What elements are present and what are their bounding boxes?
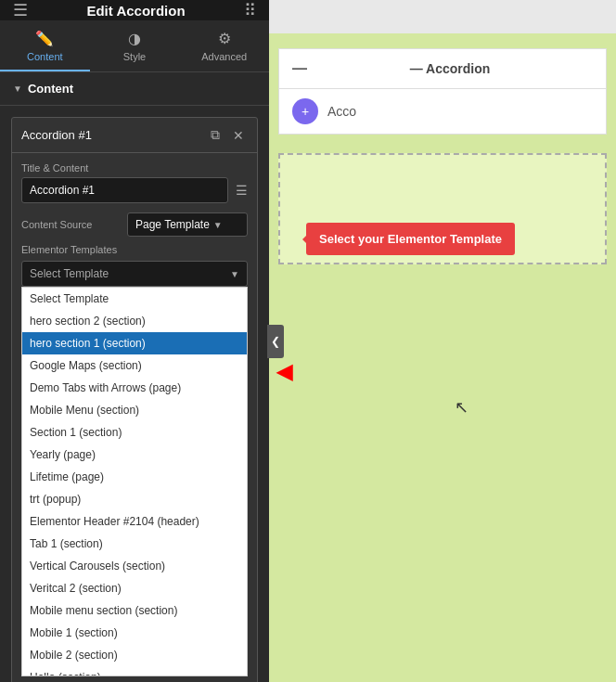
source-select-arrow-icon: ▼ <box>213 220 223 230</box>
collapse-panel-button[interactable]: ❮ <box>267 325 284 358</box>
panel-tabs: ✏️ Content ◑ Style ⚙ Advanced <box>0 20 269 72</box>
dropdown-item-17[interactable]: Hello (section) <box>22 666 247 676</box>
dropdown-item-5[interactable]: Mobile Menu (section) <box>22 399 247 421</box>
duplicate-icon-btn[interactable]: ⧉ <box>207 125 224 145</box>
dropdown-item-15[interactable]: Mobile 1 (section) <box>22 622 247 644</box>
select-template-wrapper: Select Template ▼ Select Template hero s… <box>21 261 248 676</box>
content-source-label: Content Source <box>21 219 92 230</box>
panel-title: Edit Accordion <box>86 3 185 19</box>
tab-content-label: Content <box>27 51 63 62</box>
accordion-item-box: Accordion #1 ⧉ ✕ Title & Content ☰ Conte… <box>11 117 258 682</box>
elementor-templates-field: Elementor Templates Select Template ▼ Se… <box>21 244 248 676</box>
content-source-value: Page Template <box>135 218 210 231</box>
dropdown-item-6[interactable]: Section 1 (section) <box>22 421 247 444</box>
dropdown-item-9[interactable]: trt (popup) <box>22 488 247 510</box>
dropdown-item-11[interactable]: Tab 1 (section) <box>22 533 247 555</box>
advanced-tab-icon: ⚙ <box>218 30 231 47</box>
dropdown-item-1-text: hero section 2 (section) <box>30 315 146 328</box>
dropdown-item-0[interactable]: Select Template <box>22 288 247 310</box>
tab-content[interactable]: ✏️ Content <box>0 20 90 71</box>
accordion-minus-icon: — <box>292 60 307 77</box>
dropdown-item-1[interactable]: hero section 2 (section) <box>22 310 247 332</box>
accordion-block-1: — — Accordion <box>278 48 607 89</box>
accordion-item-actions: ⧉ ✕ <box>207 125 248 145</box>
title-field-row: ☰ <box>21 177 248 203</box>
dropdown-item-8[interactable]: Lifetime (page) <box>22 466 247 488</box>
templates-label: Elementor Templates <box>21 244 248 255</box>
dropdown-item-13[interactable]: Veritcal 2 (section) <box>22 577 247 599</box>
content-source-select[interactable]: Page Template ▼ <box>127 212 248 237</box>
tab-advanced-label: Advanced <box>201 51 247 62</box>
title-input[interactable] <box>21 177 228 203</box>
dropdown-item-7[interactable]: Yearly (page) <box>22 444 247 466</box>
tab-style[interactable]: ◑ Style <box>90 20 180 71</box>
grid-icon[interactable]: ⠿ <box>244 0 256 20</box>
title-content-field: Title & Content ☰ <box>21 162 248 203</box>
right-top-bar <box>269 0 616 33</box>
dropdown-item-14[interactable]: Mobile menu section (section) <box>22 599 247 622</box>
select-template-value: Select Template <box>30 267 109 280</box>
style-tab-icon: ◑ <box>128 30 141 47</box>
red-arrow-icon: ◀ <box>276 360 292 384</box>
text-align-icon: ☰ <box>236 183 248 198</box>
section-header: ▼ Content <box>0 72 269 106</box>
dropdown-item-4[interactable]: Demo Tabs with Arrows (page) <box>22 377 247 399</box>
dropdown-item-16[interactable]: Mobile 2 (section) <box>22 644 247 666</box>
accordion-block-2-label: Acco <box>327 104 356 119</box>
content-tab-icon: ✏️ <box>35 30 54 47</box>
accordion-plus-icon: + <box>292 98 318 124</box>
dropdown-item-2-text: hero section 1 (section) <box>30 337 146 350</box>
tab-style-label: Style <box>123 51 146 62</box>
section-title: Content <box>28 82 73 96</box>
dropdown-item-2[interactable]: hero section 1 (section) <box>22 332 247 354</box>
dropdown-item-10[interactable]: Elementor Header #2104 (header) <box>22 510 247 533</box>
accordion-item-title-label: Accordion #1 <box>21 128 92 142</box>
accordion-block-2: + Acco <box>278 89 607 135</box>
left-panel: ☰ Edit Accordion ⠿ ✏️ Content ◑ Style ⚙ … <box>0 0 269 682</box>
content-source-row: Content Source Page Template ▼ <box>21 212 248 237</box>
tab-advanced[interactable]: ⚙ Advanced <box>179 20 269 71</box>
dropdown-item-3[interactable]: Google Maps (section) <box>22 354 247 377</box>
callout-tooltip: Select your Elementor Template <box>306 223 515 255</box>
right-panel: — — Accordion + Acco ❮ Select your Eleme… <box>269 0 616 682</box>
section-arrow-icon: ▼ <box>13 84 22 94</box>
dropdown-list: Select Template hero section 2 (section)… <box>21 287 248 676</box>
dropdown-item-12[interactable]: Vertical Carousels (section) <box>22 555 247 577</box>
title-field-label: Title & Content <box>21 162 248 174</box>
accordion-block-1-label: — Accordion <box>410 61 491 76</box>
form-body: Title & Content ☰ Content Source Page Te… <box>12 153 257 682</box>
close-icon-btn[interactable]: ✕ <box>229 125 248 145</box>
mouse-cursor: ↖ <box>455 397 468 418</box>
panel-header: ☰ Edit Accordion ⠿ <box>0 0 269 20</box>
select-arrow-icon: ▼ <box>230 269 239 279</box>
accordion-item-header: Accordion #1 ⧉ ✕ <box>12 118 257 153</box>
hamburger-icon[interactable]: ☰ <box>13 0 28 20</box>
select-template-bar[interactable]: Select Template ▼ <box>21 261 248 287</box>
